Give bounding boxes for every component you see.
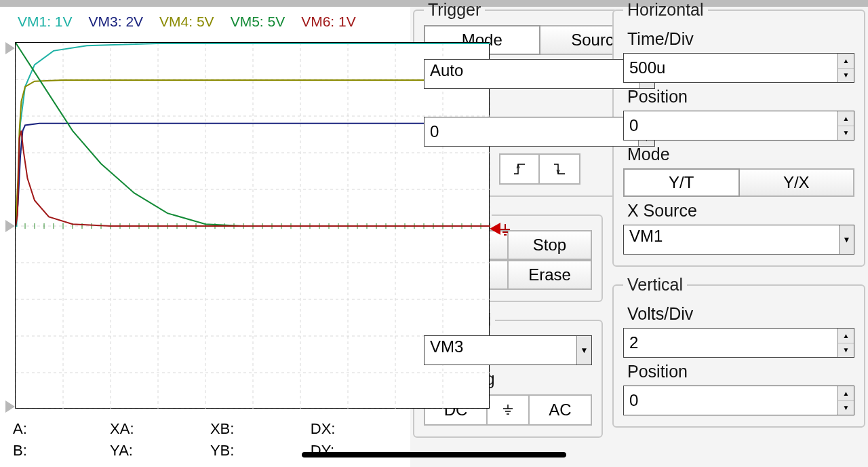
scope-plot-canvas bbox=[16, 43, 490, 409]
voltsdiv-label: Volts/Div bbox=[627, 304, 854, 324]
scope-area: VM1: 1VVM3: 2VVM4: 5VVM5: 5VVM6: 1V bbox=[0, 7, 410, 414]
trigger-mode-select[interactable]: Auto bbox=[425, 60, 639, 88]
bottom-cursor-marker[interactable] bbox=[5, 400, 15, 413]
home-indicator bbox=[302, 452, 566, 457]
erase-button[interactable]: Erase bbox=[509, 260, 592, 290]
vpos-down[interactable]: ▼ bbox=[838, 401, 854, 415]
hpos-input[interactable] bbox=[624, 111, 837, 140]
readout-YB: YB: bbox=[210, 440, 310, 462]
stop-button[interactable]: Stop bbox=[509, 230, 592, 260]
trigger-title: Trigger bbox=[424, 0, 485, 20]
readout-DX: DX: bbox=[310, 418, 410, 440]
trigger-level-input[interactable] bbox=[425, 117, 638, 146]
scope-panel: VM1: 1VVM3: 2VVM4: 5VVM5: 5VVM6: 1V A: X… bbox=[0, 0, 410, 467]
vpos-input[interactable] bbox=[624, 386, 837, 415]
readout-A: A: bbox=[12, 418, 109, 440]
vpos-up[interactable]: ▲ bbox=[838, 386, 854, 401]
vpos-label: Position bbox=[627, 362, 854, 381]
gnd-icon bbox=[502, 404, 514, 416]
legend-vm4: VM4: 5V bbox=[159, 14, 214, 30]
legend-vm1: VM1: 1V bbox=[18, 14, 73, 30]
zero-cursor-marker[interactable] bbox=[5, 220, 15, 232]
voltsdiv-input[interactable] bbox=[624, 329, 837, 357]
readout-YA: YA: bbox=[109, 440, 210, 462]
mode-yx-button[interactable]: Y/X bbox=[740, 168, 855, 197]
legend-vm6: VM6: 1V bbox=[301, 14, 356, 30]
falling-edge-icon bbox=[553, 162, 566, 176]
rising-edge-icon bbox=[513, 162, 526, 176]
hpos-label: Position bbox=[627, 87, 854, 107]
channel-legend: VM1: 1VVM3: 2VVM4: 5VVM5: 5VVM6: 1V bbox=[0, 7, 410, 30]
scope-plot[interactable] bbox=[15, 42, 490, 409]
hpos-up[interactable]: ▲ bbox=[838, 111, 854, 126]
xsource-label: X Source bbox=[627, 201, 854, 221]
coupling-ac-button[interactable]: AC bbox=[528, 394, 592, 426]
timediv-up[interactable]: ▲ bbox=[838, 54, 854, 69]
readout-DY: DY: bbox=[310, 440, 410, 462]
readout-XA: XA: bbox=[109, 418, 210, 440]
hpos-down[interactable]: ▼ bbox=[838, 126, 854, 141]
xsource-dropdown[interactable]: ▼ bbox=[839, 225, 854, 254]
voltsdiv-down[interactable]: ▼ bbox=[838, 343, 854, 358]
readout-B: B: bbox=[12, 440, 109, 462]
timediv-down[interactable]: ▼ bbox=[838, 69, 854, 83]
timediv-label: Time/Div bbox=[627, 29, 854, 49]
mode-yt-button[interactable]: Y/T bbox=[623, 168, 740, 197]
horizontal-title: Horizontal bbox=[623, 0, 708, 20]
legend-vm3: VM3: 2V bbox=[89, 14, 144, 30]
vertical-title: Vertical bbox=[623, 275, 687, 295]
trigger-rising-button[interactable] bbox=[499, 153, 540, 185]
vertical-panel: Vertical Volts/Div ▲ ▼ Position ▲ ▼ bbox=[612, 275, 865, 428]
xsource-select[interactable]: VM1 bbox=[624, 225, 839, 254]
readout-XB: XB: bbox=[210, 418, 310, 440]
trigger-falling-button[interactable] bbox=[540, 153, 580, 185]
legend-vm5: VM5: 5V bbox=[231, 14, 285, 30]
ground-icon bbox=[500, 224, 511, 241]
channel-select[interactable]: VM3 bbox=[425, 336, 576, 365]
channel-dropdown[interactable]: ▼ bbox=[576, 336, 591, 365]
trigger-level-marker[interactable] bbox=[490, 223, 500, 235]
horizontal-panel: Horizontal Time/Div ▲ ▼ Position ▲ ▼ bbox=[612, 0, 865, 267]
coupling-gnd-button[interactable] bbox=[488, 394, 528, 426]
timediv-input[interactable] bbox=[624, 54, 837, 82]
top-cursor-marker[interactable] bbox=[5, 42, 15, 54]
hmode-label: Mode bbox=[627, 145, 854, 164]
voltsdiv-up[interactable]: ▲ bbox=[838, 329, 854, 343]
